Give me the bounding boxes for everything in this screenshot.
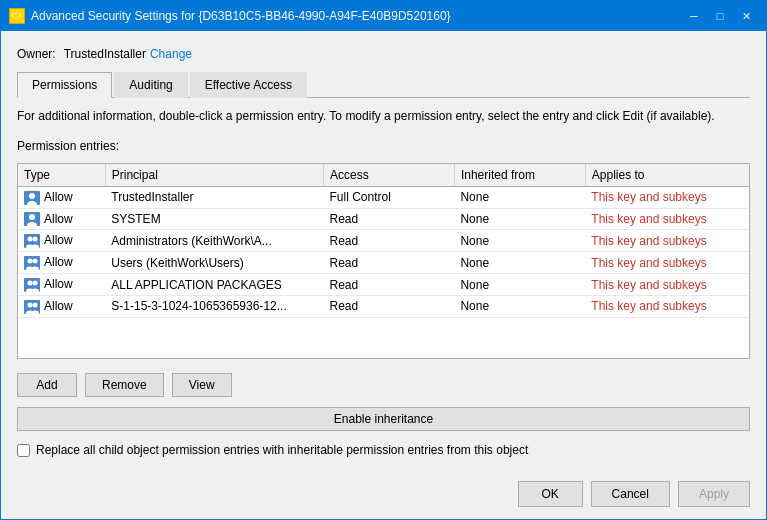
group-icon	[24, 234, 40, 248]
col-header-type: Type	[18, 164, 105, 187]
svg-point-13	[33, 259, 38, 264]
table-row[interactable]: AllowUsers (KeithWork\Users)ReadNoneThis…	[18, 252, 749, 274]
title-bar: 🛡 Advanced Security Settings for {D63B10…	[1, 1, 766, 31]
table-row[interactable]: AllowS-1-15-3-1024-1065365936-12...ReadN…	[18, 295, 749, 317]
group-icon	[24, 256, 40, 270]
cell-type: Allow	[18, 274, 105, 296]
table-row[interactable]: AllowTrustedInstallerFull ControlNoneThi…	[18, 186, 749, 208]
cell-applies: This key and subkeys	[585, 295, 749, 317]
svg-point-8	[33, 237, 38, 242]
table-row[interactable]: AllowALL APPLICATION PACKAGESReadNoneThi…	[18, 274, 749, 296]
window-title: Advanced Security Settings for {D63B10C5…	[31, 9, 682, 23]
cell-access: Read	[323, 252, 454, 274]
action-buttons: Add Remove View	[17, 373, 750, 397]
table-row[interactable]: AllowSYSTEMReadNoneThis key and subkeys	[18, 208, 749, 230]
title-bar-controls: ─ □ ✕	[682, 6, 758, 26]
cell-type: Allow	[18, 295, 105, 317]
cell-access: Read	[323, 274, 454, 296]
svg-point-18	[33, 280, 38, 285]
cell-principal: Users (KeithWork\Users)	[105, 252, 323, 274]
info-text: For additional information, double-click…	[17, 108, 750, 125]
close-button[interactable]: ✕	[734, 6, 758, 26]
col-header-access: Access	[323, 164, 454, 187]
cell-applies: This key and subkeys	[585, 230, 749, 252]
cell-type: Allow	[18, 186, 105, 208]
cell-principal: ALL APPLICATION PACKAGES	[105, 274, 323, 296]
cell-applies: This key and subkeys	[585, 252, 749, 274]
svg-point-17	[28, 280, 33, 285]
svg-point-1	[29, 193, 35, 199]
apply-button[interactable]: Apply	[678, 481, 750, 507]
tab-permissions[interactable]: Permissions	[17, 72, 112, 98]
col-header-principal: Principal	[105, 164, 323, 187]
tab-bar: Permissions Auditing Effective Access	[17, 71, 750, 98]
view-button[interactable]: View	[172, 373, 232, 397]
cell-inherited: None	[454, 252, 585, 274]
table-header-row: Type Principal Access Inherited from App…	[18, 164, 749, 187]
cell-access: Full Control	[323, 186, 454, 208]
cell-principal: Administrators (KeithWork\A...	[105, 230, 323, 252]
cell-type: Allow	[18, 252, 105, 274]
group-icon	[24, 300, 40, 314]
cell-access: Read	[323, 208, 454, 230]
cell-principal: SYSTEM	[105, 208, 323, 230]
cell-inherited: None	[454, 295, 585, 317]
svg-point-23	[33, 302, 38, 307]
enable-inheritance-button[interactable]: Enable inheritance	[17, 407, 750, 431]
owner-value: TrustedInstaller	[64, 47, 146, 61]
svg-point-22	[28, 302, 33, 307]
add-button[interactable]: Add	[17, 373, 77, 397]
window-icon: 🛡	[9, 8, 25, 24]
col-header-applies: Applies to	[585, 164, 749, 187]
cell-type: Allow	[18, 208, 105, 230]
cell-applies: This key and subkeys	[585, 208, 749, 230]
owner-label: Owner:	[17, 47, 56, 61]
cell-inherited: None	[454, 208, 585, 230]
cell-principal: S-1-15-3-1024-1065365936-12...	[105, 295, 323, 317]
permissions-table: Type Principal Access Inherited from App…	[18, 164, 749, 318]
owner-row: Owner: TrustedInstaller Change	[17, 47, 750, 61]
replace-permissions-row: Replace all child object permission entr…	[17, 443, 750, 457]
cell-access: Read	[323, 230, 454, 252]
permissions-table-container[interactable]: Type Principal Access Inherited from App…	[17, 163, 750, 359]
ok-button[interactable]: OK	[518, 481, 583, 507]
main-window: 🛡 Advanced Security Settings for {D63B10…	[0, 0, 767, 520]
svg-point-12	[28, 259, 33, 264]
cancel-button[interactable]: Cancel	[591, 481, 670, 507]
cell-inherited: None	[454, 230, 585, 252]
table-row[interactable]: AllowAdministrators (KeithWork\A...ReadN…	[18, 230, 749, 252]
cell-inherited: None	[454, 186, 585, 208]
change-owner-link[interactable]: Change	[150, 47, 192, 61]
cell-type: Allow	[18, 230, 105, 252]
permissions-label: Permission entries:	[17, 139, 750, 153]
col-header-inherited: Inherited from	[454, 164, 585, 187]
svg-point-4	[29, 214, 35, 220]
cell-principal: TrustedInstaller	[105, 186, 323, 208]
minimize-button[interactable]: ─	[682, 6, 706, 26]
remove-button[interactable]: Remove	[85, 373, 164, 397]
svg-point-7	[28, 237, 33, 242]
cell-access: Read	[323, 295, 454, 317]
cell-inherited: None	[454, 274, 585, 296]
cell-applies: This key and subkeys	[585, 274, 749, 296]
window-content: Owner: TrustedInstaller Change Permissio…	[1, 31, 766, 473]
user-icon	[24, 212, 40, 226]
tab-effective-access[interactable]: Effective Access	[190, 72, 307, 98]
tab-auditing[interactable]: Auditing	[114, 72, 187, 98]
restore-button[interactable]: □	[708, 6, 732, 26]
footer-buttons: OK Cancel Apply	[1, 473, 766, 519]
cell-applies: This key and subkeys	[585, 186, 749, 208]
user-icon	[24, 191, 40, 205]
group-icon	[24, 278, 40, 292]
replace-permissions-label: Replace all child object permission entr…	[36, 443, 528, 457]
replace-permissions-checkbox[interactable]	[17, 444, 30, 457]
